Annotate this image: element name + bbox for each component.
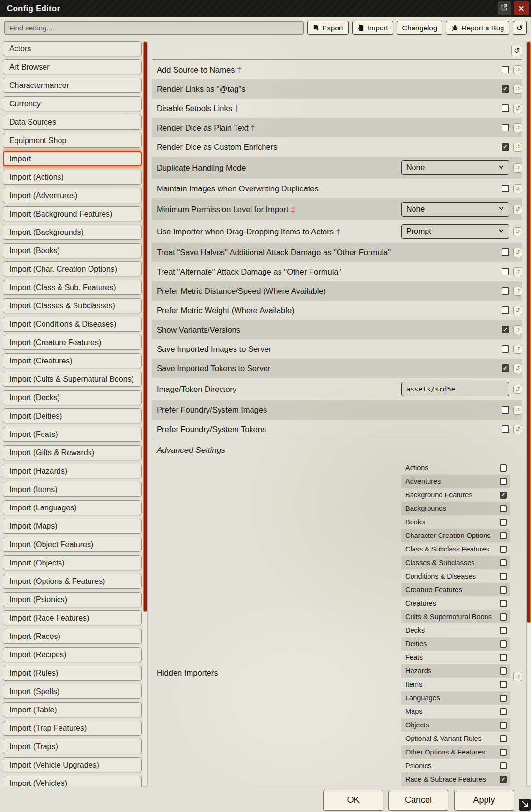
- sidebar-item-import-adventures[interactable]: Import (Adventures): [3, 188, 142, 203]
- hidden-importer-checkbox[interactable]: [500, 600, 507, 607]
- hidden-importer-checkbox[interactable]: [500, 776, 507, 783]
- sidebar-item-import-hazards[interactable]: Import (Hazards): [3, 464, 142, 478]
- sidebar-item-import-conditions-diseases[interactable]: Import (Conditions & Diseases): [3, 317, 142, 332]
- setting-select[interactable]: None: [401, 202, 509, 217]
- hidden-importer-checkbox[interactable]: [500, 681, 507, 688]
- hidden-importer-checkbox[interactable]: [500, 613, 507, 621]
- sidebar-item-import-gifts-rewards[interactable]: Import (Gifts & Rewards): [3, 445, 142, 460]
- hidden-importer-checkbox[interactable]: [500, 559, 507, 566]
- setting-checkbox[interactable]: [502, 66, 509, 73]
- setting-checkbox[interactable]: [502, 287, 509, 295]
- hidden-importer-checkbox[interactable]: [500, 654, 507, 661]
- hidden-importer-checkbox[interactable]: [500, 667, 507, 675]
- setting-reset-button[interactable]: ↺: [513, 267, 522, 276]
- setting-reset-button[interactable]: ↺: [513, 143, 522, 152]
- sidebar-item-import-races[interactable]: Import (Races): [3, 629, 142, 644]
- setting-reset-button[interactable]: ↺: [513, 345, 522, 354]
- popout-button[interactable]: [498, 1, 511, 15]
- report-bug-button[interactable]: Report a Bug: [446, 21, 509, 35]
- setting-reset-button[interactable]: ↺: [513, 85, 522, 94]
- sidebar-item-import-table[interactable]: Import (Table): [3, 702, 142, 717]
- reset-all-button[interactable]: ↺: [511, 45, 522, 56]
- setting-reset-button[interactable]: ↺: [513, 406, 522, 415]
- settings-scrollbar[interactable]: [526, 41, 531, 787]
- setting-reset-button[interactable]: ↺: [513, 287, 522, 296]
- hidden-importers-reset-button[interactable]: ↺: [513, 672, 522, 681]
- setting-reset-button[interactable]: ↺: [513, 425, 522, 434]
- sidebar-item-import-race-features[interactable]: Import (Race Features): [3, 610, 142, 625]
- setting-reset-button[interactable]: ↺: [513, 385, 522, 394]
- sidebar-item-import-books[interactable]: Import (Books): [3, 243, 142, 258]
- setting-reset-button[interactable]: ↺: [513, 248, 522, 257]
- sidebar-item-import-languages[interactable]: Import (Languages): [3, 500, 142, 515]
- sidebar-item-import-options-features[interactable]: Import (Options & Features): [3, 574, 142, 589]
- hidden-importer-checkbox[interactable]: [500, 640, 507, 648]
- setting-checkbox[interactable]: [502, 185, 509, 192]
- setting-checkbox[interactable]: [502, 268, 509, 276]
- sidebar-item-import-items[interactable]: Import (Items): [3, 482, 142, 497]
- setting-checkbox[interactable]: [502, 364, 509, 372]
- import-button[interactable]: Import: [352, 21, 394, 35]
- hidden-importer-checkbox[interactable]: [500, 735, 507, 742]
- setting-reset-button[interactable]: ↺: [513, 227, 522, 236]
- hidden-importer-checkbox[interactable]: [500, 464, 507, 472]
- sidebar-item-import-char-creation-options[interactable]: Import (Char. Creation Options): [3, 261, 142, 276]
- hidden-importer-checkbox[interactable]: [500, 573, 507, 580]
- hidden-importer-checkbox[interactable]: [500, 708, 507, 715]
- setting-checkbox[interactable]: [502, 306, 509, 314]
- sidebar-item-import-feats[interactable]: Import (Feats): [3, 427, 142, 442]
- setting-select[interactable]: None: [401, 160, 509, 175]
- hidden-importer-checkbox[interactable]: [500, 505, 507, 512]
- hidden-importer-checkbox[interactable]: [500, 749, 507, 756]
- sidebar-item-import-classes-subclasses[interactable]: Import (Classes & Subclasses): [3, 298, 142, 313]
- setting-checkbox[interactable]: [502, 248, 509, 256]
- sidebar-item-import-vehicles[interactable]: Import (Vehicles): [3, 776, 142, 787]
- setting-checkbox[interactable]: [502, 406, 509, 414]
- changelog-button[interactable]: Changelog: [397, 21, 442, 35]
- sidebar-item-import-rules[interactable]: Import (Rules): [3, 666, 142, 681]
- setting-checkbox[interactable]: [502, 425, 509, 433]
- setting-reset-button[interactable]: ↺: [513, 325, 522, 334]
- reset-search-button[interactable]: ↺: [513, 21, 527, 35]
- sidebar-item-equipment-shop[interactable]: Equipment Shop: [3, 133, 142, 148]
- setting-reset-button[interactable]: ↺: [513, 65, 522, 74]
- sidebar-item-art-browser[interactable]: Art Browser: [3, 59, 142, 74]
- hidden-importer-checkbox[interactable]: [500, 627, 507, 634]
- sidebar-item-import-recipes[interactable]: Import (Recipes): [3, 647, 142, 662]
- setting-checkbox[interactable]: [502, 326, 509, 334]
- sidebar-item-import-background-features[interactable]: Import (Background Features): [3, 206, 142, 221]
- sidebar-item-import[interactable]: Import: [3, 151, 142, 166]
- sidebar-item-import-traps[interactable]: Import (Traps): [3, 739, 142, 754]
- sidebar-item-import-backgrounds[interactable]: Import (Backgrounds): [3, 225, 142, 240]
- setting-reset-button[interactable]: ↺: [513, 306, 522, 315]
- apply-button[interactable]: Apply: [454, 790, 514, 811]
- hidden-importer-checkbox[interactable]: [500, 695, 507, 702]
- resize-handle[interactable]: [519, 799, 531, 811]
- setting-reset-button[interactable]: ↺: [513, 163, 522, 173]
- setting-checkbox[interactable]: [502, 124, 509, 131]
- setting-reset-button[interactable]: ↺: [513, 123, 522, 132]
- settings-scrollbar-thumb[interactable]: [527, 42, 531, 623]
- setting-reset-button[interactable]: ↺: [513, 104, 522, 113]
- hidden-importer-checkbox[interactable]: [500, 586, 507, 594]
- sidebar-item-import-decks[interactable]: Import (Decks): [3, 390, 142, 405]
- hidden-importer-checkbox[interactable]: [500, 722, 507, 729]
- sidebar-item-import-psionics[interactable]: Import (Psionics): [3, 592, 142, 607]
- hidden-importer-checkbox[interactable]: [500, 762, 507, 769]
- search-input[interactable]: [4, 21, 304, 35]
- sidebar-item-import-creatures[interactable]: Import (Creatures): [3, 353, 142, 368]
- setting-checkbox[interactable]: [502, 85, 509, 93]
- sidebar-item-charactermancer[interactable]: Charactermancer: [3, 78, 142, 93]
- cancel-button[interactable]: Cancel: [388, 790, 448, 811]
- hidden-importer-checkbox[interactable]: [500, 519, 507, 526]
- hidden-importer-checkbox[interactable]: [500, 546, 507, 553]
- sidebar-item-import-object-features[interactable]: Import (Object Features): [3, 537, 142, 552]
- sidebar-item-import-maps[interactable]: Import (Maps): [3, 519, 142, 534]
- setting-reset-button[interactable]: ↺: [513, 184, 522, 193]
- sidebar-item-data-sources[interactable]: Data Sources: [3, 115, 142, 130]
- sidebar-item-import-class-sub-features[interactable]: Import (Class & Sub. Features): [3, 280, 142, 295]
- sidebar-scrollbar[interactable]: [143, 41, 148, 787]
- sidebar-item-actors[interactable]: Actors: [3, 41, 142, 56]
- sidebar-item-import-actions[interactable]: Import (Actions): [3, 170, 142, 185]
- setting-checkbox[interactable]: [502, 143, 509, 151]
